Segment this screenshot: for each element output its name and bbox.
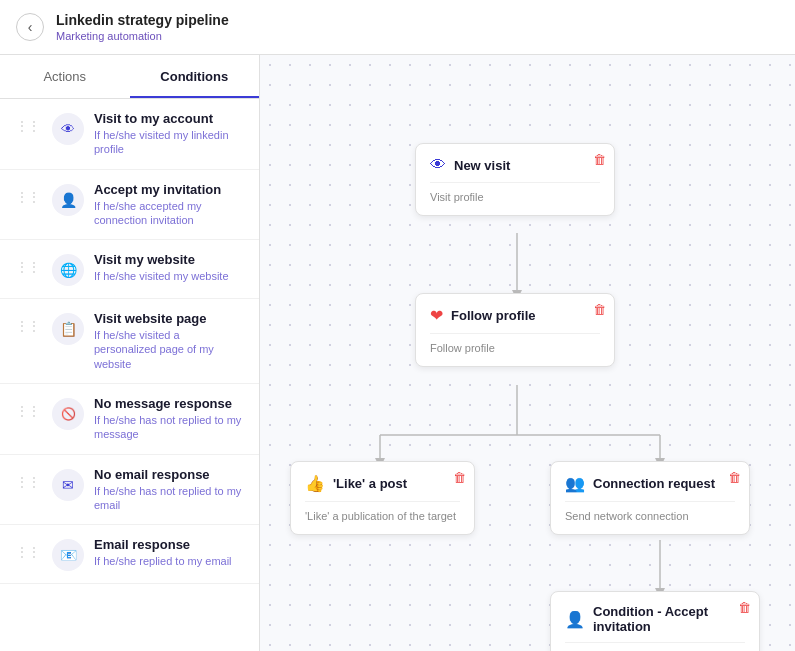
visit-website-desc: If he/she visited my website [94, 269, 243, 283]
drag-handle: ⋮⋮ [16, 190, 40, 204]
node-connection-request[interactable]: 🗑 👥 Connection request Send network conn… [550, 461, 750, 535]
tab-conditions[interactable]: Conditions [130, 55, 260, 98]
visit-website-page-desc: If he/she visited a personalized page of… [94, 328, 243, 371]
node-condition-accept[interactable]: 🗑 👤 Condition - Accept invitation He/she… [550, 591, 760, 651]
connection-request-icon: 👥 [565, 474, 585, 493]
no-message-response-title: No message response [94, 396, 243, 411]
visit-account-icon: 👁 [52, 113, 84, 145]
visit-website-title: Visit my website [94, 252, 243, 267]
like-post-desc: 'Like' a publication of the target [305, 510, 460, 522]
condition-accept-title: Condition - Accept invitation [593, 604, 745, 634]
drag-handle: ⋮⋮ [16, 404, 40, 418]
drag-handle: ⋮⋮ [16, 260, 40, 274]
email-response-desc: If he/she replied to my email [94, 554, 243, 568]
sidebar-item-no-message-response[interactable]: ⋮⋮ 🚫 No message response If he/she has n… [0, 384, 259, 455]
no-message-response-icon: 🚫 [52, 398, 84, 430]
visit-account-desc: If he/she visited my linkedin profile [94, 128, 243, 157]
follow-profile-title: Follow profile [451, 308, 536, 323]
new-visit-icon: 👁 [430, 156, 446, 174]
page-subtitle: Marketing automation [56, 30, 229, 42]
sidebar: Actions Conditions ⋮⋮ 👁 Visit to my acco… [0, 55, 260, 651]
tab-actions[interactable]: Actions [0, 55, 130, 98]
main-layout: Actions Conditions ⋮⋮ 👁 Visit to my acco… [0, 55, 795, 651]
drag-handle: ⋮⋮ [16, 545, 40, 559]
visit-website-icon: 🌐 [52, 254, 84, 286]
accept-invitation-desc: If he/she accepted my connection invitat… [94, 199, 243, 228]
condition-accept-icon: 👤 [565, 610, 585, 629]
visit-website-page-title: Visit website page [94, 311, 243, 326]
sidebar-item-visit-website[interactable]: ⋮⋮ 🌐 Visit my website If he/she visited … [0, 240, 259, 299]
accept-invitation-icon: 👤 [52, 184, 84, 216]
new-visit-title: New visit [454, 158, 510, 173]
no-message-response-desc: If he/she has not replied to my message [94, 413, 243, 442]
email-response-title: Email response [94, 537, 243, 552]
visit-website-page-icon: 📋 [52, 313, 84, 345]
sidebar-item-visit-website-page[interactable]: ⋮⋮ 📋 Visit website page If he/she visite… [0, 299, 259, 384]
delete-new-visit-button[interactable]: 🗑 [593, 152, 606, 167]
follow-profile-desc: Follow profile [430, 342, 600, 354]
back-button[interactable]: ‹ [16, 13, 44, 41]
accept-invitation-title: Accept my invitation [94, 182, 243, 197]
visit-account-title: Visit to my account [94, 111, 243, 126]
like-post-title: 'Like' a post [333, 476, 407, 491]
email-response-icon: 📧 [52, 539, 84, 571]
node-like-post[interactable]: 🗑 👍 'Like' a post 'Like' a publication o… [290, 461, 475, 535]
connection-request-title: Connection request [593, 476, 715, 491]
page-title: Linkedin strategy pipeline [56, 12, 229, 28]
no-email-response-desc: If he/she has not replied to my email [94, 484, 243, 513]
sidebar-item-accept-invitation[interactable]: ⋮⋮ 👤 Accept my invitation If he/she acce… [0, 170, 259, 241]
like-post-icon: 👍 [305, 474, 325, 493]
node-new-visit[interactable]: 🗑 👁 New visit Visit profile [415, 143, 615, 216]
sidebar-tabs: Actions Conditions [0, 55, 259, 99]
connection-request-desc: Send network connection [565, 510, 735, 522]
new-visit-desc: Visit profile [430, 191, 600, 203]
no-email-response-title: No email response [94, 467, 243, 482]
delete-follow-profile-button[interactable]: 🗑 [593, 302, 606, 317]
flow-canvas: 🗑 👁 New visit Visit profile 🗑 ❤ Follow p… [260, 55, 795, 651]
sidebar-item-no-email-response[interactable]: ⋮⋮ ✉ No email response If he/she has not… [0, 455, 259, 526]
no-email-response-icon: ✉ [52, 469, 84, 501]
sidebar-item-visit-account[interactable]: ⋮⋮ 👁 Visit to my account If he/she visit… [0, 99, 259, 170]
header: ‹ Linkedin strategy pipeline Marketing a… [0, 0, 795, 55]
sidebar-item-email-response[interactable]: ⋮⋮ 📧 Email response If he/she replied to… [0, 525, 259, 584]
follow-profile-icon: ❤ [430, 306, 443, 325]
delete-connection-request-button[interactable]: 🗑 [728, 470, 741, 485]
node-follow-profile[interactable]: 🗑 ❤ Follow profile Follow profile [415, 293, 615, 367]
delete-like-post-button[interactable]: 🗑 [453, 470, 466, 485]
delete-condition-accept-button[interactable]: 🗑 [738, 600, 751, 615]
drag-handle: ⋮⋮ [16, 475, 40, 489]
drag-handle: ⋮⋮ [16, 319, 40, 333]
drag-handle: ⋮⋮ [16, 119, 40, 133]
flow-container: 🗑 👁 New visit Visit profile 🗑 ❤ Follow p… [280, 75, 780, 651]
